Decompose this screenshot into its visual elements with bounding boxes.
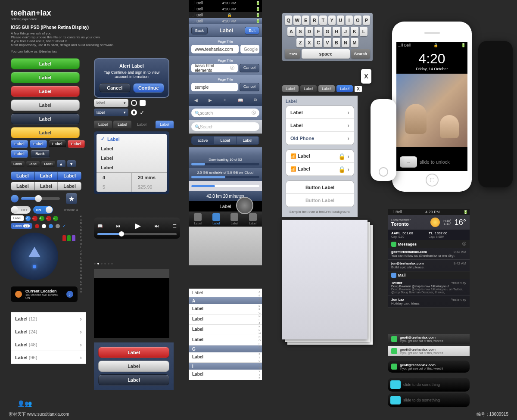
alert-cancel[interactable]: Cancel xyxy=(99,83,131,93)
list-item[interactable]: Label xyxy=(189,304,262,314)
query-field[interactable]: basic html elementsⓧ xyxy=(191,64,238,72)
up-arrow-button[interactable]: ▲ xyxy=(57,160,65,167)
slider-track[interactable] xyxy=(21,197,60,200)
alpha-scrubber[interactable]: ABCDEFGHIJKLMNOPQRSTUVWXYZ xyxy=(258,290,261,380)
list-item[interactable]: Label (12)› xyxy=(11,312,86,325)
dot-blue[interactable]: ✓ xyxy=(25,216,31,221)
button-label-row[interactable]: Button Label xyxy=(286,181,354,194)
sheet-red[interactable]: Label xyxy=(98,347,169,358)
key-A[interactable]: A xyxy=(287,27,295,36)
notif-row[interactable]: geoff@teehanlax.com9:42 AMYou can follow… xyxy=(388,248,470,260)
shift-key[interactable]: .?123 xyxy=(285,49,300,59)
grouped-item[interactable]: Label› xyxy=(286,106,354,119)
stock-widget[interactable]: AAPL 501.00Cap: 0.00 TL 1337.00Cap: 8.00… xyxy=(388,230,470,240)
green-button-1[interactable]: Label xyxy=(11,58,80,69)
wifi-item[interactable]: 📶 Label🔒 › xyxy=(286,150,354,163)
url-field[interactable]: www.teehanlax.com xyxy=(191,45,239,53)
dot-green-2[interactable]: + xyxy=(53,216,58,221)
seg-1[interactable]: Label xyxy=(11,171,34,180)
dot[interactable] xyxy=(101,263,103,264)
tab-chip-1[interactable]: Label xyxy=(11,161,25,167)
cancel-btn-2[interactable]: Cancel xyxy=(240,83,259,91)
slider-thumb[interactable] xyxy=(35,195,42,202)
label-dark[interactable]: Label xyxy=(300,85,317,92)
next-track-icon[interactable]: ⏭ xyxy=(155,224,159,228)
key-P[interactable]: P xyxy=(363,16,370,25)
slide-track-1[interactable]: slide to do something xyxy=(388,378,470,392)
tab-2[interactable]: Label xyxy=(113,121,131,128)
list-item[interactable]: Label xyxy=(189,314,262,325)
tabitem-3[interactable]: Label xyxy=(225,212,244,227)
key-C[interactable]: C xyxy=(315,38,322,47)
back-button[interactable]: Back xyxy=(31,150,50,158)
back-icon[interactable]: ◀ xyxy=(194,98,198,103)
dot[interactable] xyxy=(104,263,106,264)
dot-red-minus[interactable]: − xyxy=(32,216,37,221)
list-item[interactable]: Label xyxy=(189,325,262,335)
star-icon[interactable]: ★ xyxy=(66,193,77,204)
play-icon[interactable]: ▶ xyxy=(135,221,141,230)
dropdown-dark[interactable]: label▾ xyxy=(94,109,128,116)
alert-continue[interactable]: Continue xyxy=(133,83,165,93)
toast-1[interactable]: geoff@teehanlax.comIf you get use out of… xyxy=(388,334,470,344)
tab-active[interactable]: Label xyxy=(156,121,174,128)
tabs-icon[interactable]: ⧉ xyxy=(254,97,257,103)
key-T[interactable]: T xyxy=(319,16,327,25)
tabitem-2[interactable]: Label xyxy=(207,212,226,227)
sm-black[interactable]: Label xyxy=(49,140,66,148)
picker-item[interactable]: Label xyxy=(97,144,167,153)
white-chip[interactable]: Label xyxy=(11,215,24,221)
picker-wheel[interactable]: ✓ Label Label Label Label 4 20 mins 5 $2… xyxy=(94,131,169,194)
scrubber[interactable] xyxy=(97,233,177,235)
label-gray[interactable]: Label xyxy=(282,85,299,92)
key-Y[interactable]: Y xyxy=(328,16,336,25)
search-key[interactable]: Search xyxy=(351,49,370,59)
sheet-gray[interactable]: Label xyxy=(98,361,169,372)
list-item[interactable]: Label xyxy=(189,352,262,363)
label-gray2[interactable]: Label xyxy=(318,85,335,92)
location-callout[interactable]: Current Location 109 Atlantic Ave Toront… xyxy=(11,286,78,302)
picker-item[interactable]: Label xyxy=(97,153,167,163)
key-Z[interactable]: Z xyxy=(296,38,304,47)
search-field[interactable]: 🔍 searchⓧ xyxy=(191,109,259,117)
red-button[interactable]: Label xyxy=(11,86,80,97)
list-item[interactable]: Label (48)› xyxy=(11,338,86,351)
add-icon[interactable]: ＋ xyxy=(223,97,227,103)
disclosure-icon[interactable]: › xyxy=(66,291,73,298)
seg-g1[interactable]: Label xyxy=(11,182,34,190)
book-icon[interactable]: 📖 xyxy=(97,224,103,228)
toast-2[interactable]: geoff@teehanlax.comIf you get use out of… xyxy=(388,346,470,356)
nav-edit[interactable]: Edit xyxy=(245,27,259,34)
dot[interactable] xyxy=(111,263,113,264)
grouped-item[interactable]: Label› xyxy=(286,119,354,132)
key-U[interactable]: U xyxy=(337,16,344,25)
key-E[interactable]: E xyxy=(302,16,309,25)
green-button-2[interactable]: Label xyxy=(11,72,80,83)
tab-chip-2[interactable]: Label xyxy=(26,161,40,167)
tabitem-1[interactable]: Label xyxy=(189,212,207,227)
key-B[interactable]: B xyxy=(333,38,340,47)
dot[interactable] xyxy=(108,263,109,264)
space-key[interactable]: space xyxy=(302,49,350,59)
key-S[interactable]: S xyxy=(296,27,304,36)
seg-3[interactable]: Label xyxy=(58,171,81,180)
sheet-dark[interactable]: Label xyxy=(98,374,169,386)
picker-time[interactable]: 20 mins xyxy=(132,173,167,182)
label-blue[interactable]: Label xyxy=(336,85,353,92)
key-K[interactable]: K xyxy=(351,27,358,36)
toast-3[interactable]: geoff@teehanlax.comIf you get use out of… xyxy=(388,361,470,373)
tab-3[interactable]: Label xyxy=(133,121,151,128)
seg-active[interactable]: active xyxy=(192,137,214,144)
seg-g2[interactable]: Label xyxy=(34,182,58,190)
sm-blue-3[interactable]: Label xyxy=(11,150,28,158)
key-J[interactable]: J xyxy=(342,27,349,36)
list-item[interactable]: Label xyxy=(189,335,262,345)
compass-dial[interactable] xyxy=(11,233,58,280)
fwd-icon[interactable]: ▶ xyxy=(209,98,212,103)
tab-1[interactable]: Label xyxy=(94,121,112,128)
slide-track-2[interactable]: slide to do something xyxy=(388,393,470,407)
grouped-item[interactable]: Old Phone› xyxy=(286,132,354,145)
seg-label2[interactable]: Label xyxy=(237,137,259,144)
checkbox-off[interactable] xyxy=(140,100,146,106)
notif-row[interactable]: jon@teehanlax.com9:42 AMBuild epic shit … xyxy=(388,260,470,271)
